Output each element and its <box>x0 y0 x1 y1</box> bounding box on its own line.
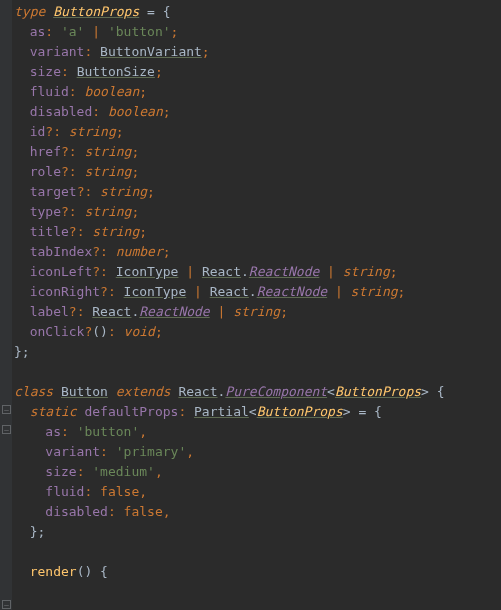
type-ref: Partial <box>194 404 249 419</box>
code-line: }; <box>14 522 501 542</box>
property-name: as <box>45 424 61 439</box>
type-ref: IconType <box>124 284 187 299</box>
keyword: class <box>14 384 61 399</box>
boolean-literal: false <box>124 504 163 519</box>
keyword: type <box>14 4 53 19</box>
primitive-type: string <box>233 304 280 319</box>
property-name: title <box>30 224 69 239</box>
code-line: static defaultProps: Partial<ButtonProps… <box>14 402 501 422</box>
fold-icon[interactable]: − <box>2 425 11 434</box>
primitive-type: boolean <box>84 84 139 99</box>
boolean-literal: false <box>100 484 139 499</box>
property-name: disabled <box>30 104 93 119</box>
code-line: as: 'button', <box>14 422 501 442</box>
code-line: size: 'medium', <box>14 462 501 482</box>
property-name: defaultProps <box>84 404 178 419</box>
property-name: type <box>30 204 61 219</box>
property-name: as <box>30 24 46 39</box>
code-line: onClick?(): void; <box>14 322 501 342</box>
code-line: label?: React.ReactNode | string; <box>14 302 501 322</box>
code-line: disabled: boolean; <box>14 102 501 122</box>
primitive-type: boolean <box>108 104 163 119</box>
namespace-ref: React <box>178 384 217 399</box>
code-line: as: 'a' | 'button'; <box>14 22 501 42</box>
code-line: size: ButtonSize; <box>14 62 501 82</box>
primitive-type: void <box>124 324 155 339</box>
property-name: size <box>45 464 76 479</box>
type-ref: ButtonVariant <box>100 44 202 59</box>
class-ref: PureComponent <box>225 384 327 399</box>
code-line: render() { <box>14 562 501 582</box>
editor-gutter: − − − <box>0 0 12 610</box>
property-name: disabled <box>45 504 108 519</box>
primitive-type: string <box>351 284 398 299</box>
type-ref: ButtonProps <box>335 384 421 399</box>
property-name: role <box>30 164 61 179</box>
property-name: fluid <box>45 484 84 499</box>
primitive-type: string <box>84 164 131 179</box>
property-name: size <box>30 64 61 79</box>
code-line: iconRight?: IconType | React.ReactNode |… <box>14 282 501 302</box>
property-name: href <box>30 144 61 159</box>
type-ref: ButtonSize <box>77 64 155 79</box>
primitive-type: string <box>100 184 147 199</box>
code-line: disabled: false, <box>14 502 501 522</box>
property-name: label <box>30 304 69 319</box>
code-line: variant: ButtonVariant; <box>14 42 501 62</box>
code-line: }; <box>14 342 501 362</box>
type-ref: ReactNode <box>139 304 209 319</box>
type-ref: ReactNode <box>257 284 327 299</box>
code-line: tabIndex?: number; <box>14 242 501 262</box>
property-name: target <box>30 184 77 199</box>
code-line: title?: string; <box>14 222 501 242</box>
property-name: iconLeft <box>30 264 93 279</box>
code-line: href?: string; <box>14 142 501 162</box>
fold-icon[interactable]: − <box>2 600 11 609</box>
string-literal: 'medium' <box>92 464 155 479</box>
string-literal: 'button' <box>108 24 171 39</box>
code-line: role?: string; <box>14 162 501 182</box>
code-line: type?: string; <box>14 202 501 222</box>
code-line: target?: string; <box>14 182 501 202</box>
property-name: tabIndex <box>30 244 93 259</box>
namespace-ref: React <box>210 284 249 299</box>
string-literal: 'button' <box>77 424 140 439</box>
keyword: static <box>30 404 85 419</box>
code-line: fluid: false, <box>14 482 501 502</box>
type-ref: ReactNode <box>249 264 319 279</box>
type-name: ButtonProps <box>53 4 139 19</box>
property-name: iconRight <box>30 284 100 299</box>
property-name: fluid <box>30 84 69 99</box>
code-line: variant: 'primary', <box>14 442 501 462</box>
primitive-type: string <box>343 264 390 279</box>
code-line: id?: string; <box>14 122 501 142</box>
namespace-ref: React <box>92 304 131 319</box>
code-line: type ButtonProps = { <box>14 2 501 22</box>
primitive-type: string <box>84 204 131 219</box>
code-line: iconLeft?: IconType | React.ReactNode | … <box>14 262 501 282</box>
property-name: variant <box>45 444 100 459</box>
method-name: render <box>30 564 77 579</box>
code-line: class Button extends React.PureComponent… <box>14 382 501 402</box>
property-name: id <box>30 124 46 139</box>
type-ref: IconType <box>116 264 179 279</box>
string-literal: 'primary' <box>116 444 186 459</box>
string-literal: 'a' <box>61 24 84 39</box>
keyword: extends <box>116 384 179 399</box>
code-line <box>14 542 501 562</box>
code-editor-content[interactable]: type ButtonProps = { as: 'a' | 'button';… <box>14 2 501 582</box>
primitive-type: number <box>116 244 163 259</box>
primitive-type: string <box>92 224 139 239</box>
class-name: Button <box>61 384 108 399</box>
type-ref: ButtonProps <box>257 404 343 419</box>
primitive-type: string <box>69 124 116 139</box>
property-name: variant <box>30 44 85 59</box>
code-line: fluid: boolean; <box>14 82 501 102</box>
code-line <box>14 362 501 382</box>
fold-icon[interactable]: − <box>2 405 11 414</box>
primitive-type: string <box>84 144 131 159</box>
property-name: onClick <box>30 324 85 339</box>
namespace-ref: React <box>202 264 241 279</box>
